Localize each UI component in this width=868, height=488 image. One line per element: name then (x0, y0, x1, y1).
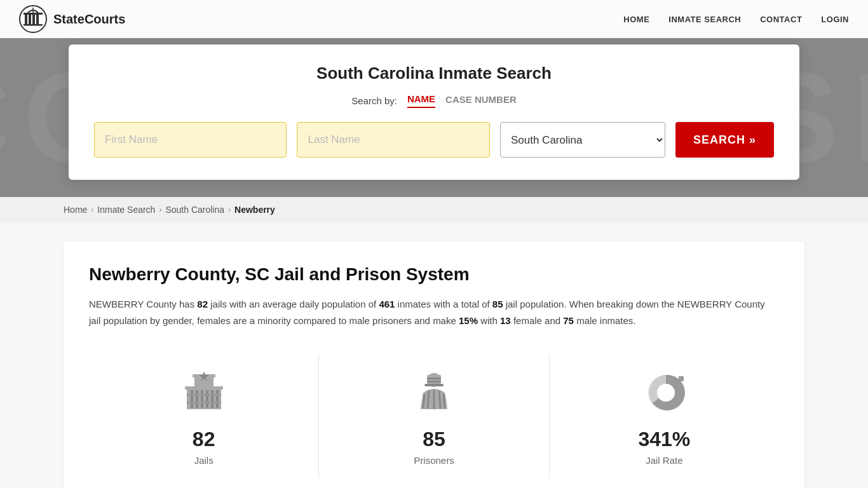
tab-name[interactable]: NAME (407, 93, 435, 108)
logo-icon (19, 5, 47, 33)
logo-text: StateCourts (53, 12, 125, 27)
svg-rect-24 (427, 377, 441, 379)
stat-jails: 82 Jails (89, 354, 319, 478)
search-button[interactable]: SEARCH » (675, 122, 774, 158)
svg-rect-10 (196, 390, 198, 408)
svg-rect-1 (25, 14, 27, 24)
svg-rect-6 (24, 24, 43, 26)
svg-rect-14 (216, 390, 219, 408)
stat-prisoners: 85 Prisoners (319, 354, 549, 478)
jail-icon (179, 367, 229, 417)
breadcrumb-inmate-search[interactable]: Inmate Search (97, 205, 155, 215)
svg-rect-9 (191, 390, 193, 408)
svg-rect-4 (36, 14, 39, 24)
county-title: Newberry County, SC Jail and Prison Syst… (89, 264, 779, 285)
stat-prisoners-label: Prisoners (414, 455, 454, 466)
prisoner-icon (409, 367, 459, 417)
last-name-input[interactable] (297, 122, 489, 158)
desc-total-pop: 85 (492, 299, 503, 309)
stats-row: 82 Jails (89, 354, 779, 478)
nav-links: HOME INMATE SEARCH CONTACT LOGIN (623, 15, 849, 24)
stat-prisoners-number: 85 (423, 428, 445, 451)
first-name-input[interactable] (94, 122, 287, 158)
breadcrumb: Home › Inmate Search › South Carolina › … (0, 197, 868, 222)
desc-mid1: jails with an average daily population o… (208, 299, 379, 309)
svg-rect-16 (187, 402, 221, 403)
logo-link[interactable]: StateCourts (19, 5, 125, 33)
county-description: NEWBERRY County has 82 jails with an ave… (89, 296, 779, 329)
svg-rect-5 (24, 13, 43, 15)
desc-female-count: 13 (500, 315, 511, 326)
svg-rect-28 (679, 376, 684, 381)
breadcrumb-current: Newberry (234, 205, 275, 215)
navigation: StateCourts HOME INMATE SEARCH CONTACT L… (0, 0, 868, 38)
svg-rect-11 (201, 390, 203, 408)
svg-rect-15 (187, 394, 221, 396)
county-card: Newberry County, SC Jail and Prison Syst… (64, 241, 804, 488)
desc-mid4: with (478, 315, 500, 326)
hero-section: COURTHOUSE StateCourts HOME INMATE SE (0, 0, 868, 197)
chart-icon (639, 367, 689, 417)
login-link[interactable]: LOGIN (821, 15, 849, 24)
inmate-search-link[interactable]: INMATE SEARCH (668, 15, 741, 24)
desc-intro: NEWBERRY County has (89, 299, 197, 309)
svg-rect-25 (427, 381, 441, 383)
svg-rect-3 (32, 14, 35, 24)
desc-jails-count: 82 (197, 299, 208, 309)
tab-case-number[interactable]: CASE NUMBER (445, 94, 517, 107)
chevron-icon-1: › (91, 205, 93, 214)
svg-rect-12 (206, 390, 208, 408)
desc-male-count: 75 (563, 315, 574, 326)
stat-jail-rate-number: 341% (638, 428, 690, 451)
search-by-label: Search by: (351, 95, 397, 106)
stat-jails-label: Jails (194, 455, 214, 466)
search-inputs: South Carolina Alabama Alaska Arizona Ar… (94, 122, 774, 158)
svg-rect-2 (29, 14, 31, 24)
search-card-title: South Carolina Inmate Search (94, 64, 774, 83)
chevron-icon-3: › (228, 205, 231, 214)
search-card: South Carolina Inmate Search Search by: … (69, 44, 799, 180)
breadcrumb-state[interactable]: South Carolina (165, 205, 224, 215)
desc-end: male inmates. (574, 315, 636, 326)
contact-link[interactable]: CONTACT (760, 15, 802, 24)
svg-point-27 (657, 384, 675, 402)
chevron-icon-2: › (159, 205, 161, 214)
main-content: Newberry County, SC Jail and Prison Syst… (0, 222, 868, 488)
state-select[interactable]: South Carolina Alabama Alaska Arizona Ar… (500, 122, 665, 158)
home-link[interactable]: HOME (623, 15, 649, 24)
search-by-row: Search by: NAME CASE NUMBER (94, 93, 774, 108)
svg-rect-13 (211, 390, 214, 408)
stat-jails-number: 82 (193, 428, 215, 451)
stat-jail-rate-label: Jail Rate (646, 455, 682, 466)
svg-rect-22 (424, 384, 444, 386)
stat-jail-rate: 341% Jail Rate (550, 354, 779, 478)
desc-mid5: female and (511, 315, 564, 326)
breadcrumb-home[interactable]: Home (64, 205, 87, 215)
desc-female-pct: 15% (459, 315, 478, 326)
desc-avg-pop: 461 (379, 299, 395, 309)
desc-mid2: inmates with a total of (395, 299, 492, 309)
